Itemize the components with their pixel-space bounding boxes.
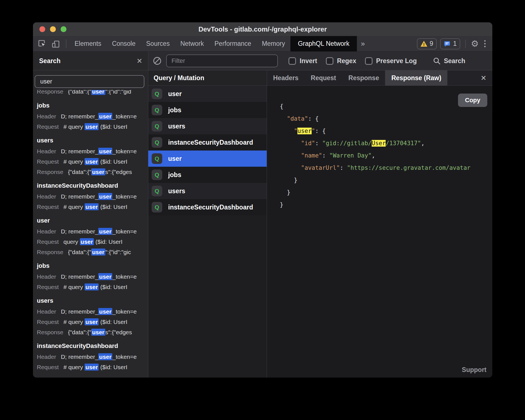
search-result-line[interactable]: HeaderD; remember_user_token=e (37, 191, 148, 202)
tab-response-raw[interactable]: Response (Raw) (385, 70, 447, 85)
query-row-user[interactable]: Quser (148, 86, 267, 102)
window-title: DevTools - gitlab.com/-/graphql-explorer (199, 25, 327, 33)
warnings-count: 9 (430, 40, 433, 47)
query-row-label: user (168, 90, 182, 98)
search-result-line[interactable]: Response{"data":{"users":{"edges (37, 167, 148, 177)
result-group-title: users (37, 135, 148, 146)
checkbox-regex[interactable] (326, 57, 333, 65)
tab-memory[interactable]: Memory (257, 36, 290, 51)
search-result-line[interactable]: Response{"data":{"user":{"id":"gic (37, 247, 148, 257)
search-match-highlight: user (98, 113, 112, 120)
inspect-element-icon[interactable] (37, 39, 47, 49)
result-text: # query (63, 284, 85, 290)
result-text: _token=e (112, 273, 137, 280)
search-match-highlight: user (85, 123, 99, 130)
code-token: { (315, 115, 319, 122)
issues-count: 1 (453, 40, 457, 47)
search-result-line[interactable]: HeaderD; remember_user_token=e (37, 306, 148, 317)
tab-elements[interactable]: Elements (69, 36, 107, 51)
tab-response[interactable]: Response (342, 70, 385, 85)
result-text: # query (63, 364, 85, 370)
search-result-line[interactable]: Request# query user ($id: UserI (37, 202, 148, 212)
tab-graphql-network[interactable]: GraphQL Network (290, 36, 357, 51)
code-token: { (280, 103, 283, 110)
warnings-badge[interactable]: 9 (417, 38, 437, 49)
search-tool[interactable]: Search (433, 57, 465, 65)
search-result-line[interactable]: Request# query user ($id: UserI (37, 282, 148, 292)
search-result-line[interactable]: Requestquery user ($id: UserI (37, 237, 148, 247)
query-row-user-selected[interactable]: Quser (148, 151, 267, 167)
search-result-line[interactable]: Response{"data":{"users":{"edges (37, 327, 148, 337)
search-result-line[interactable]: Request# query user ($id: UserI (37, 156, 148, 167)
code-token: "https://secure.gravatar.com/avatar (347, 164, 471, 171)
clear-icon[interactable] (152, 56, 162, 66)
code-token (280, 164, 301, 171)
code-token: "gid://gitlab/ (322, 140, 372, 147)
search-input[interactable]: user (35, 75, 144, 88)
checkbox-preserve-log[interactable] (365, 57, 373, 65)
result-line-label: Response (37, 169, 63, 175)
query-list-header: Query / Mutation (148, 70, 267, 86)
result-line-label: Response (37, 249, 63, 255)
tab-request[interactable]: Request (305, 70, 342, 85)
query-row-users[interactable]: Qusers (148, 183, 267, 199)
search-result-line[interactable]: HeaderD; remember_user_token=e (37, 352, 148, 362)
close-window-button[interactable] (39, 26, 45, 32)
tab-console[interactable]: Console (107, 36, 141, 51)
device-toolbar-icon[interactable] (51, 39, 60, 49)
result-text: D; remember_ (61, 308, 98, 315)
search-match-highlight: user (91, 90, 105, 95)
query-row-jobs[interactable]: Qjobs (148, 167, 267, 183)
result-text: ":{"id":"gic (105, 249, 131, 255)
search-match-highlight: user (85, 364, 99, 371)
zoom-window-button[interactable] (61, 26, 66, 32)
search-result-line[interactable]: HeaderD; remember_user_token=e (37, 146, 148, 156)
detail-close-icon[interactable]: ✕ (475, 70, 492, 85)
query-row-jobs[interactable]: Qjobs (148, 102, 267, 118)
code-token (280, 140, 301, 147)
search-match-highlight: user (91, 249, 105, 256)
query-type-badge: Q (152, 170, 162, 180)
search-result-line[interactable]: Request# query user ($id: UserI (37, 121, 148, 132)
search-result-line[interactable]: HeaderD; remember_user_token=e (37, 111, 148, 121)
query-row-users[interactable]: Qusers (148, 118, 267, 134)
minimize-window-button[interactable] (50, 26, 56, 32)
more-tabs-chevron-icon[interactable]: » (357, 36, 369, 51)
search-panel-header: Search ✕ (33, 52, 148, 70)
query-row-instancesecuritydashboard[interactable]: QinstanceSecurityDashboard (148, 134, 267, 151)
query-row-instancesecuritydashboard[interactable]: QinstanceSecurityDashboard (148, 199, 267, 215)
search-result-line[interactable]: HeaderD; remember_user_token=e (37, 271, 148, 282)
result-text: s":{"edges (105, 329, 132, 335)
issues-badge[interactable]: 1 (440, 38, 460, 49)
result-text: {"data":{" (68, 90, 91, 95)
tab-headers[interactable]: Headers (267, 70, 305, 85)
result-text: ($id: UserI (99, 284, 127, 290)
checkbox-invert[interactable] (288, 57, 296, 65)
filter-placeholder: Filter (171, 57, 185, 65)
query-mutation-list: Query / Mutation QuserQjobsQusersQinstan… (148, 70, 267, 378)
result-text: _token=e (112, 193, 137, 200)
tab-sources[interactable]: Sources (141, 36, 175, 51)
search-result-group-jobs: jobsHeaderD; remember_user_token=eReques… (37, 260, 148, 292)
tab-network[interactable]: Network (175, 36, 209, 51)
code-token: " (312, 128, 315, 134)
support-link[interactable]: Support (462, 366, 486, 374)
result-text: # query (63, 204, 85, 210)
search-result-line[interactable]: Request# query user ($id: UserI (37, 362, 148, 372)
search-result-line[interactable]: HeaderD; remember_user_token=e (37, 226, 148, 237)
result-text: _token=e (112, 228, 137, 235)
search-panel-close-icon[interactable]: ✕ (137, 58, 142, 65)
toolbar-divider (465, 40, 466, 48)
search-match-highlight: user (98, 308, 112, 315)
filter-input[interactable]: Filter (166, 54, 278, 67)
result-text: D; remember_ (61, 228, 98, 235)
code-token: : (322, 152, 329, 159)
kebab-menu-icon[interactable] (482, 40, 488, 47)
settings-gear-icon[interactable]: ⚙ (471, 39, 479, 48)
query-row-label: jobs (168, 171, 181, 179)
tab-performance[interactable]: Performance (209, 36, 257, 51)
copy-button[interactable]: Copy (458, 94, 487, 107)
search-result-line[interactable]: Request# query user ($id: UserI (37, 317, 148, 327)
search-match-highlight: user (91, 168, 105, 175)
search-result-line[interactable]: Response{"data":{"user":{"id":"gid (37, 90, 148, 97)
